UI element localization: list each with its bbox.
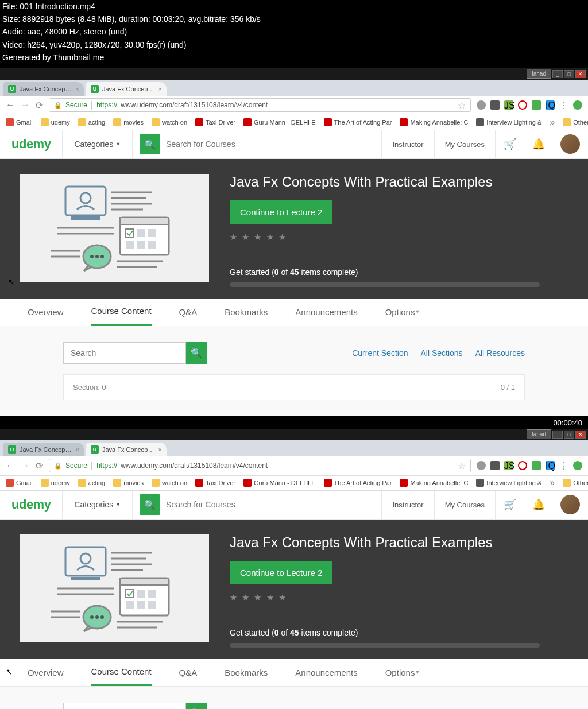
tab-options[interactable]: Options ▼ bbox=[385, 659, 420, 686]
rating-stars[interactable]: ★ ★ ★ ★ ★ bbox=[230, 592, 568, 603]
extension-icon[interactable]: IQ bbox=[546, 100, 555, 110]
section-search-button[interactable]: 🔍 bbox=[186, 342, 207, 364]
nav-back-icon[interactable]: ← bbox=[6, 100, 15, 110]
udemy-logo[interactable]: udemy bbox=[0, 497, 62, 512]
url-input[interactable]: 🔒 Secure | https://www.udemy.com/draft/1… bbox=[49, 459, 471, 472]
other-bookmarks[interactable]: Other bookmarks bbox=[563, 118, 588, 126]
browser-tab[interactable]: U Java Fx Concepts With P... × bbox=[3, 82, 84, 96]
browser-tab-active[interactable]: U Java Fx Concepts With P... × bbox=[86, 82, 167, 96]
section-search-input[interactable] bbox=[63, 342, 186, 364]
continue-button[interactable]: Continue to Lecture 2 bbox=[230, 561, 332, 584]
udemy-logo[interactable]: udemy bbox=[0, 137, 62, 152]
nav-reload-icon[interactable]: ⟳ bbox=[36, 460, 43, 471]
bookmark-gmail[interactable]: Gmail bbox=[6, 479, 33, 487]
categories-dropdown[interactable]: Categories ▼ bbox=[62, 130, 133, 158]
window-close-button[interactable]: ✕ bbox=[575, 431, 586, 439]
menu-icon[interactable]: ⋮ bbox=[559, 100, 568, 111]
extension-icon[interactable] bbox=[477, 100, 486, 110]
bookmark-folder-watchon[interactable]: watch on bbox=[152, 118, 187, 126]
bookmark-overflow-icon[interactable]: » bbox=[550, 117, 555, 127]
bookmark-folder-acting[interactable]: acting bbox=[78, 479, 105, 487]
nav-forward-icon[interactable]: → bbox=[21, 460, 30, 471]
bookmark-overflow-icon[interactable]: » bbox=[550, 478, 555, 488]
bookmark-folder-udemy[interactable]: udemy bbox=[41, 118, 70, 126]
bookmark-folder-watchon[interactable]: watch on bbox=[152, 479, 187, 487]
extension-icon[interactable]: JS bbox=[504, 461, 513, 470]
star-icon[interactable]: ☆ bbox=[458, 460, 466, 471]
section-row[interactable]: Section: 0 0 / 1 bbox=[63, 374, 525, 400]
search-input[interactable] bbox=[160, 494, 381, 515]
instructor-link[interactable]: Instructor bbox=[381, 130, 434, 158]
cart-icon[interactable]: 🛒 bbox=[495, 130, 524, 158]
bell-icon[interactable]: 🔔 bbox=[524, 491, 552, 519]
extension-icon[interactable] bbox=[490, 100, 500, 110]
menu-icon[interactable]: ⋮ bbox=[559, 460, 568, 471]
bookmark-guru[interactable]: Guru Mann - DELHI E bbox=[243, 479, 316, 487]
extension-icon[interactable] bbox=[573, 100, 582, 110]
other-bookmarks[interactable]: Other bookmarks bbox=[563, 479, 588, 487]
tab-course-content[interactable]: Course Content bbox=[91, 299, 152, 326]
my-courses-link[interactable]: My Courses bbox=[434, 491, 495, 519]
tab-announcements[interactable]: Announcements bbox=[295, 659, 357, 686]
search-button[interactable]: 🔍 bbox=[140, 134, 160, 154]
user-avatar[interactable] bbox=[560, 495, 580, 514]
my-courses-link[interactable]: My Courses bbox=[434, 130, 495, 158]
star-icon[interactable]: ☆ bbox=[458, 100, 466, 111]
window-minimize-button[interactable]: _ bbox=[552, 70, 563, 78]
tab-close-icon[interactable]: × bbox=[158, 86, 162, 92]
instructor-link[interactable]: Instructor bbox=[381, 491, 434, 519]
section-search-input[interactable] bbox=[63, 703, 186, 709]
browser-tab[interactable]: U Java Fx Concepts With P... × bbox=[3, 443, 84, 456]
bookmark-lighting[interactable]: Interview Lighting & bbox=[476, 479, 541, 487]
cart-icon[interactable]: 🛒 bbox=[495, 491, 524, 519]
extension-icon[interactable]: IQ bbox=[546, 461, 555, 470]
window-close-button[interactable]: ✕ bbox=[575, 70, 586, 78]
tab-qa[interactable]: Q&A bbox=[179, 659, 198, 686]
bookmark-artacting[interactable]: The Art of Acting Par bbox=[324, 118, 392, 126]
section-search-button[interactable]: 🔍 bbox=[186, 703, 207, 709]
tab-close-icon[interactable]: × bbox=[76, 86, 79, 92]
tab-bookmarks[interactable]: Bookmarks bbox=[225, 299, 268, 326]
nav-reload-icon[interactable]: ⟳ bbox=[36, 100, 43, 111]
window-minimize-button[interactable]: _ bbox=[552, 431, 563, 439]
tab-close-icon[interactable]: × bbox=[158, 446, 162, 453]
extension-icon[interactable] bbox=[532, 461, 541, 470]
bookmark-folder-acting[interactable]: acting bbox=[78, 118, 105, 126]
browser-tab-active[interactable]: U Java Fx Concepts With P... × bbox=[86, 443, 167, 456]
continue-button[interactable]: Continue to Lecture 2 bbox=[230, 200, 332, 224]
bell-icon[interactable]: 🔔 bbox=[524, 130, 552, 158]
rating-stars[interactable]: ★ ★ ★ ★ ★ bbox=[230, 232, 568, 242]
bookmark-annabelle[interactable]: Making Annabelle: C bbox=[400, 118, 468, 126]
bookmark-folder-movies[interactable]: movies bbox=[113, 479, 144, 487]
bookmark-lighting[interactable]: Interview Lighting & bbox=[476, 118, 541, 126]
nav-forward-icon[interactable]: → bbox=[21, 100, 30, 110]
all-sections-link[interactable]: All Sections bbox=[420, 348, 462, 358]
search-input[interactable] bbox=[160, 134, 381, 154]
window-maximize-button[interactable]: □ bbox=[564, 431, 574, 439]
tab-bookmarks[interactable]: Bookmarks bbox=[225, 659, 268, 686]
extension-icon[interactable]: JS bbox=[504, 100, 513, 110]
extension-icon[interactable] bbox=[490, 461, 500, 470]
tab-close-icon[interactable]: × bbox=[76, 446, 79, 453]
extension-icon[interactable] bbox=[477, 461, 486, 470]
user-avatar[interactable] bbox=[560, 134, 580, 154]
search-button[interactable]: 🔍 bbox=[140, 494, 160, 515]
bookmark-gmail[interactable]: Gmail bbox=[6, 118, 33, 126]
bookmark-folder-movies[interactable]: movies bbox=[113, 118, 144, 126]
categories-dropdown[interactable]: Categories ▼ bbox=[62, 491, 133, 519]
bookmark-annabelle[interactable]: Making Annabelle: C bbox=[400, 479, 468, 487]
current-section-link[interactable]: Current Section bbox=[352, 348, 408, 358]
extension-icon[interactable] bbox=[573, 461, 582, 470]
tab-course-content[interactable]: Course Content bbox=[91, 659, 152, 686]
tab-options[interactable]: Options ▼ bbox=[385, 299, 420, 326]
extension-icon[interactable] bbox=[518, 461, 527, 470]
bookmark-folder-udemy[interactable]: udemy bbox=[41, 479, 70, 487]
bookmark-taxi[interactable]: Taxi Driver bbox=[195, 479, 235, 487]
bookmark-taxi[interactable]: Taxi Driver bbox=[195, 118, 235, 126]
bookmark-artacting[interactable]: The Art of Acting Par bbox=[324, 479, 392, 487]
all-resources-link[interactable]: All Resources bbox=[475, 348, 525, 358]
tab-announcements[interactable]: Announcements bbox=[295, 299, 357, 326]
extension-icon[interactable] bbox=[532, 100, 541, 110]
tab-overview[interactable]: Overview bbox=[28, 299, 64, 326]
nav-back-icon[interactable]: ← bbox=[6, 460, 15, 471]
